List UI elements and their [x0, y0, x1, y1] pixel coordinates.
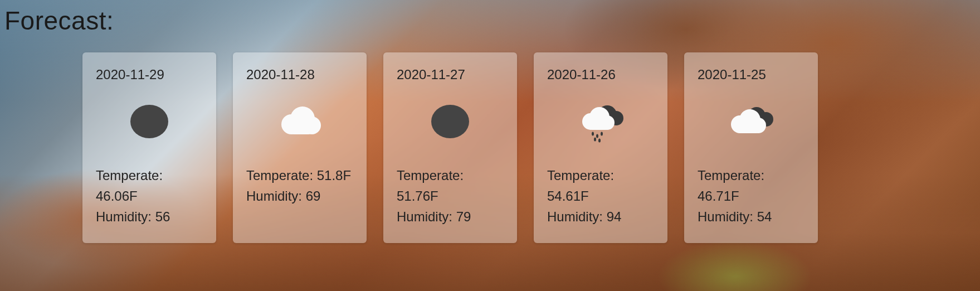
clouds-icon — [698, 94, 805, 149]
forecast-card: 2020-11-26 — [534, 52, 667, 243]
svg-point-12 — [592, 132, 594, 136]
temperature-value: Temperate: 46.71F — [698, 165, 805, 206]
clear-icon — [397, 94, 504, 149]
forecast-date: 2020-11-28 — [246, 67, 353, 83]
forecast-card: 2020-11-25 Temperate: 46.71 — [684, 52, 818, 243]
svg-rect-23 — [737, 124, 760, 133]
temperature-value: Temperate: 51.76F — [397, 165, 504, 206]
svg-point-13 — [596, 134, 598, 138]
temperature-value: Temperate: 54.61F — [547, 165, 654, 206]
svg-point-0 — [130, 105, 168, 138]
forecast-cards: 2020-11-29 Temperate: 46.06F Humidity: 5… — [4, 52, 976, 243]
cloud-icon — [246, 94, 353, 149]
humidity-value: Humidity: 69 — [246, 186, 353, 206]
forecast-card: 2020-11-29 Temperate: 46.06F Humidity: 5… — [82, 52, 216, 243]
svg-rect-4 — [289, 124, 314, 134]
svg-point-14 — [601, 132, 603, 136]
forecast-title: Forecast: — [4, 6, 976, 36]
humidity-value: Humidity: 79 — [397, 206, 504, 227]
humidity-value: Humidity: 54 — [698, 206, 805, 227]
humidity-value: Humidity: 56 — [96, 206, 203, 227]
humidity-value: Humidity: 94 — [547, 206, 654, 227]
svg-point-16 — [598, 139, 601, 143]
forecast-date: 2020-11-27 — [397, 67, 504, 83]
svg-point-5 — [431, 105, 469, 138]
forecast-card: 2020-11-27 Temperate: 51.76F Humidity: 7… — [383, 52, 517, 243]
forecast-date: 2020-11-29 — [96, 67, 203, 83]
svg-rect-11 — [588, 122, 610, 130]
clear-icon — [96, 94, 203, 149]
forecast-card: 2020-11-28 Temperate: 51.8F Humidity: 69 — [233, 52, 367, 243]
rain-icon — [547, 94, 654, 149]
forecast-date: 2020-11-25 — [698, 67, 805, 83]
forecast-date: 2020-11-26 — [547, 67, 654, 83]
temperature-value: Temperate: 46.06F — [96, 165, 203, 206]
temperature-value: Temperate: 51.8F — [246, 165, 353, 186]
svg-point-15 — [594, 138, 596, 142]
